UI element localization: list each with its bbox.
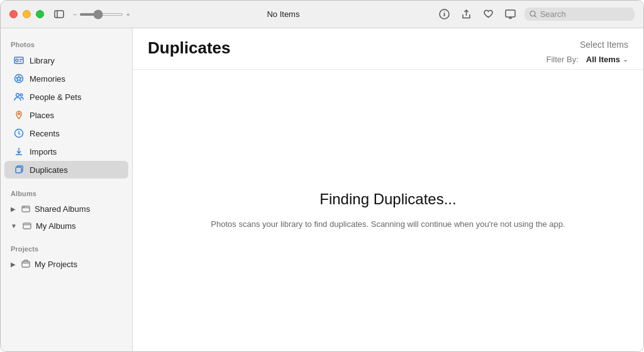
finding-description: Photos scans your library to find duplic… — [211, 218, 565, 231]
shared-albums-label: Shared Albums — [35, 204, 90, 214]
main-layout: Photos Library Memories — [1, 28, 643, 351]
sidebar-item-my-projects[interactable]: ▶ My Projects — [4, 256, 128, 272]
favorite-button[interactable] — [480, 6, 496, 22]
select-items-button[interactable]: Select Items — [580, 38, 628, 51]
my-albums-label: My Albums — [36, 221, 76, 231]
my-projects-icon — [21, 259, 31, 269]
people-pets-icon — [13, 91, 25, 102]
svg-rect-20 — [23, 223, 31, 229]
duplicates-icon — [13, 164, 25, 175]
traffic-lights — [9, 10, 44, 18]
minimize-button[interactable] — [23, 10, 31, 18]
filter-by-label: Filter By: — [547, 55, 579, 64]
content-area: Duplicates Select Items Filter By: All I… — [133, 28, 643, 351]
places-icon — [13, 109, 25, 121]
svg-point-15 — [18, 113, 20, 115]
header-actions: Select Items Filter By: All Items ⌄ — [547, 38, 628, 64]
search-icon — [530, 10, 537, 18]
content-body: Finding Duplicates... Photos scans your … — [133, 70, 643, 351]
imports-icon — [13, 146, 25, 157]
share-button[interactable] — [458, 6, 474, 22]
page-title: Duplicates — [148, 38, 547, 58]
finding-title: Finding Duplicates... — [319, 190, 456, 208]
svg-point-11 — [16, 59, 18, 62]
svg-point-8 — [530, 11, 535, 16]
photos-section-label: Photos — [1, 36, 132, 51]
svg-rect-18 — [22, 206, 30, 212]
projects-section-label: Projects — [1, 240, 132, 255]
people-pets-label: People & Pets — [30, 92, 81, 102]
svg-point-14 — [20, 94, 23, 96]
sidebar-item-duplicates[interactable]: Duplicates — [4, 161, 128, 179]
shared-albums-icon — [21, 204, 31, 214]
sidebar-item-people-pets[interactable]: People & Pets — [4, 88, 128, 106]
shared-albums-chevron: ▶ — [11, 206, 16, 212]
my-albums-icon — [22, 221, 32, 231]
recents-label: Recents — [30, 129, 60, 138]
imports-label: Imports — [30, 147, 57, 157]
info-button[interactable] — [436, 6, 452, 22]
filter-value: All Items — [586, 55, 620, 64]
sidebar-item-shared-albums[interactable]: ▶ Shared Albums — [4, 201, 128, 217]
sidebar-item-imports[interactable]: Imports — [4, 143, 128, 160]
close-button[interactable] — [9, 10, 18, 18]
my-projects-label: My Projects — [35, 260, 77, 269]
memories-icon — [13, 73, 25, 84]
svg-rect-0 — [55, 11, 64, 18]
svg-rect-17 — [16, 167, 21, 173]
places-label: Places — [30, 111, 54, 120]
no-items-label: No Items — [267, 9, 299, 19]
sidebar-toggle-button[interactable] — [52, 8, 67, 21]
svg-point-4 — [444, 11, 445, 13]
filter-chevron-icon: ⌄ — [623, 55, 628, 63]
library-icon — [13, 55, 25, 66]
recents-icon — [13, 128, 25, 139]
my-albums-chevron: ▼ — [11, 223, 17, 229]
filter-row[interactable]: Filter By: All Items ⌄ — [547, 55, 628, 64]
maximize-button[interactable] — [36, 10, 44, 18]
zoom-slider[interactable] — [79, 13, 123, 16]
svg-rect-5 — [506, 10, 515, 17]
zoom-plus-icon: + — [126, 11, 130, 18]
my-projects-chevron: ▶ — [11, 261, 16, 268]
sidebar-item-places[interactable]: Places — [4, 106, 128, 124]
zoom-minus-icon: − — [73, 11, 77, 18]
toolbar-icons — [436, 6, 635, 22]
svg-line-9 — [535, 16, 536, 18]
sidebar-item-recents[interactable]: Recents — [4, 124, 128, 142]
title-bar: − + No Items — [1, 1, 643, 28]
zoom-slider-control[interactable]: − + — [73, 11, 130, 18]
library-label: Library — [30, 56, 55, 65]
sidebar: Photos Library Memories — [1, 28, 133, 351]
memories-label: Memories — [30, 74, 65, 84]
albums-section-label: Albums — [1, 185, 132, 200]
svg-rect-21 — [22, 261, 30, 267]
content-header: Duplicates Select Items Filter By: All I… — [133, 28, 643, 70]
svg-point-13 — [16, 94, 19, 97]
slideshow-button[interactable] — [502, 6, 518, 22]
sidebar-item-library[interactable]: Library — [4, 52, 128, 69]
sidebar-item-memories[interactable]: Memories — [4, 70, 128, 87]
search-input[interactable] — [540, 9, 630, 19]
search-box[interactable] — [525, 8, 635, 21]
svg-point-19 — [23, 206, 25, 207]
duplicates-label: Duplicates — [30, 165, 68, 175]
sidebar-item-my-albums[interactable]: ▼ My Albums — [4, 217, 128, 234]
